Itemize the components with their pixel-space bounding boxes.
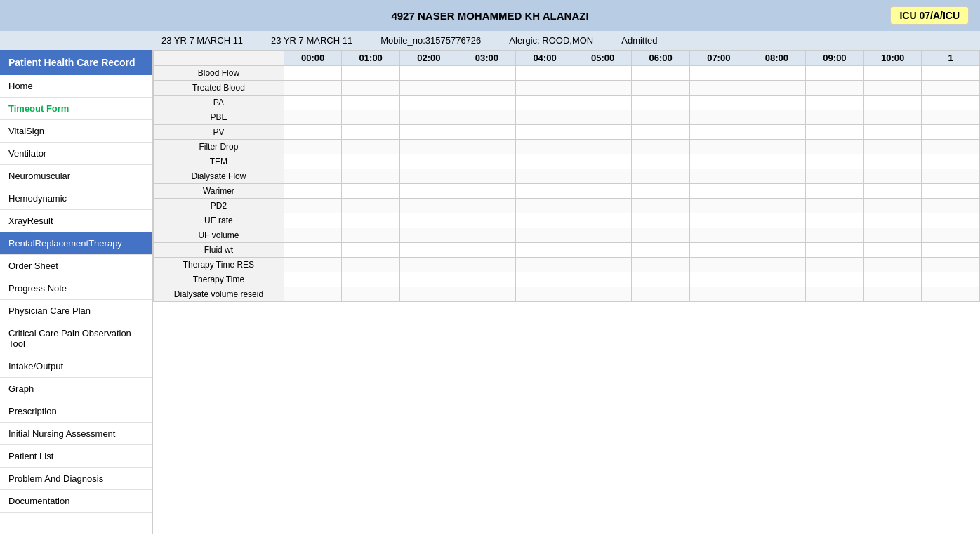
data-cell[interactable] <box>458 272 516 287</box>
sidebar-item-ventilator[interactable]: Ventilator <box>0 143 152 165</box>
data-cell[interactable] <box>922 66 980 81</box>
data-cell[interactable] <box>574 184 632 199</box>
data-cell[interactable] <box>806 184 864 199</box>
data-cell[interactable] <box>632 81 690 96</box>
data-cell[interactable] <box>748 213 806 228</box>
data-cell[interactable] <box>689 110 748 125</box>
data-cell[interactable] <box>748 96 806 110</box>
data-cell[interactable] <box>342 81 400 96</box>
data-cell[interactable] <box>806 140 864 154</box>
data-cell[interactable] <box>400 81 458 96</box>
data-cell[interactable] <box>400 272 458 287</box>
data-cell[interactable] <box>632 169 690 184</box>
data-cell[interactable] <box>863 154 922 169</box>
data-cell[interactable] <box>748 199 806 213</box>
data-cell[interactable] <box>632 110 690 125</box>
data-cell[interactable] <box>689 243 748 258</box>
sidebar-item-documentation[interactable]: Documentation <box>0 490 152 513</box>
data-cell[interactable] <box>748 140 806 154</box>
data-cell[interactable] <box>632 228 690 243</box>
data-cell[interactable] <box>863 96 922 110</box>
data-cell[interactable] <box>516 96 574 110</box>
data-cell[interactable] <box>806 199 864 213</box>
data-cell[interactable] <box>863 81 922 96</box>
data-cell[interactable] <box>689 66 748 81</box>
data-cell[interactable] <box>342 125 400 140</box>
data-cell[interactable] <box>689 81 748 96</box>
data-cell[interactable] <box>748 287 806 302</box>
sidebar-item-patientlist[interactable]: Patient List <box>0 445 152 468</box>
data-cell[interactable] <box>689 287 748 302</box>
data-cell[interactable] <box>342 287 400 302</box>
data-cell[interactable] <box>806 154 864 169</box>
data-cell[interactable] <box>458 287 516 302</box>
data-cell[interactable] <box>284 169 342 184</box>
data-cell[interactable] <box>922 287 980 302</box>
data-cell[interactable] <box>342 258 400 272</box>
data-cell[interactable] <box>284 213 342 228</box>
data-cell[interactable] <box>400 287 458 302</box>
data-cell[interactable] <box>863 258 922 272</box>
sidebar-item-vitalsign[interactable]: VitalSign <box>0 120 152 143</box>
data-cell[interactable] <box>748 154 806 169</box>
data-cell[interactable] <box>400 140 458 154</box>
data-cell[interactable] <box>458 140 516 154</box>
data-cell[interactable] <box>863 287 922 302</box>
data-cell[interactable] <box>458 96 516 110</box>
data-cell[interactable] <box>806 110 864 125</box>
data-cell[interactable] <box>806 81 864 96</box>
data-cell[interactable] <box>574 125 632 140</box>
data-cell[interactable] <box>284 243 342 258</box>
data-cell[interactable] <box>458 81 516 96</box>
data-cell[interactable] <box>748 184 806 199</box>
data-cell[interactable] <box>458 243 516 258</box>
data-cell[interactable] <box>574 243 632 258</box>
data-cell[interactable] <box>458 154 516 169</box>
data-cell[interactable] <box>342 213 400 228</box>
data-cell[interactable] <box>516 228 574 243</box>
data-cell[interactable] <box>863 184 922 199</box>
data-cell[interactable] <box>342 140 400 154</box>
data-cell[interactable] <box>632 287 690 302</box>
data-cell[interactable] <box>400 169 458 184</box>
data-cell[interactable] <box>400 125 458 140</box>
data-cell[interactable] <box>922 199 980 213</box>
data-cell[interactable] <box>922 243 980 258</box>
data-cell[interactable] <box>748 169 806 184</box>
data-cell[interactable] <box>806 96 864 110</box>
data-cell[interactable] <box>342 169 400 184</box>
data-cell[interactable] <box>689 125 748 140</box>
data-cell[interactable] <box>458 184 516 199</box>
data-cell[interactable] <box>863 110 922 125</box>
data-cell[interactable] <box>689 272 748 287</box>
data-cell[interactable] <box>632 154 690 169</box>
data-cell[interactable] <box>632 199 690 213</box>
data-cell[interactable] <box>863 140 922 154</box>
data-cell[interactable] <box>458 199 516 213</box>
data-cell[interactable] <box>458 110 516 125</box>
sidebar-item-home[interactable]: Home <box>0 75 152 98</box>
data-cell[interactable] <box>574 272 632 287</box>
data-cell[interactable] <box>748 125 806 140</box>
data-cell[interactable] <box>632 66 690 81</box>
data-cell[interactable] <box>863 169 922 184</box>
data-cell[interactable] <box>806 258 864 272</box>
data-cell[interactable] <box>689 258 748 272</box>
data-cell[interactable] <box>863 125 922 140</box>
data-cell[interactable] <box>284 199 342 213</box>
data-cell[interactable] <box>284 154 342 169</box>
data-cell[interactable] <box>863 66 922 81</box>
data-cell[interactable] <box>632 213 690 228</box>
data-cell[interactable] <box>516 110 574 125</box>
data-cell[interactable] <box>632 125 690 140</box>
data-cell[interactable] <box>400 96 458 110</box>
data-cell[interactable] <box>922 213 980 228</box>
sidebar-item-physiciancareplan[interactable]: Physician Care Plan <box>0 300 152 322</box>
data-cell[interactable] <box>516 184 574 199</box>
sidebar-item-problemdiagnosis[interactable]: Problem And Diagnosis <box>0 468 152 490</box>
data-cell[interactable] <box>922 140 980 154</box>
data-cell[interactable] <box>458 125 516 140</box>
data-cell[interactable] <box>574 110 632 125</box>
data-cell[interactable] <box>284 184 342 199</box>
data-cell[interactable] <box>284 96 342 110</box>
